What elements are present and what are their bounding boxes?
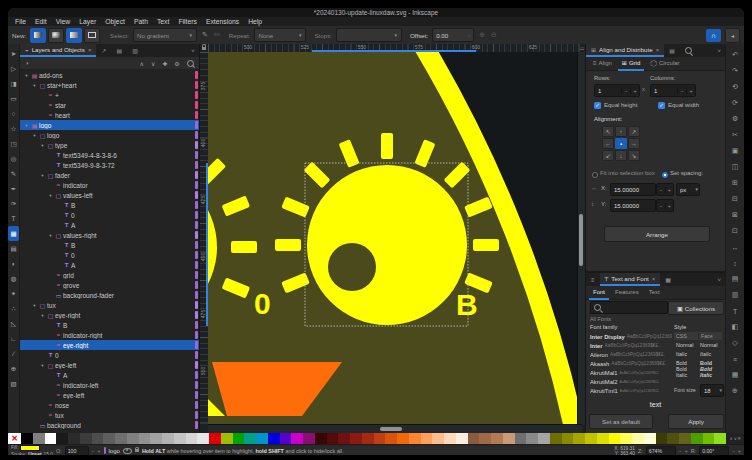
layer-lock-icon[interactable]	[135, 449, 139, 452]
equal-height-checkbox[interactable]: ✓	[594, 102, 601, 109]
rotation-plus-button[interactable]: +	[738, 448, 741, 454]
tab-layers-and-objects[interactable]: ◒ Layers and Objects ×	[20, 44, 96, 57]
layer-color-chip[interactable]	[195, 141, 198, 149]
layer-color-chip[interactable]	[195, 301, 198, 309]
fill-stroke-indicator[interactable]: Fill: Stroke:Unset15.0	[11, 445, 53, 456]
layer-row-A[interactable]: TA	[20, 220, 199, 230]
unit-dropdown[interactable]: px ▼	[676, 183, 700, 196]
palette-swatch-55[interactable]	[667, 433, 679, 444]
zoom-in-icon[interactable]: ⊞	[726, 175, 744, 191]
snap-toggle-button[interactable]: ∩	[706, 29, 721, 42]
text-tool[interactable]: T	[8, 211, 19, 226]
palette-swatch-13[interactable]	[174, 433, 186, 444]
layer-row-B[interactable]: TB	[20, 320, 199, 330]
layer-row-0[interactable]: T0	[20, 210, 199, 220]
pencil-tool[interactable]: ✎	[8, 166, 19, 181]
knob-pupil[interactable]	[328, 243, 376, 291]
palette-swatch-26[interactable]	[327, 433, 339, 444]
expander-icon[interactable]: ▾	[31, 83, 38, 88]
palette-swatch-36[interactable]	[444, 433, 456, 444]
connector-tool[interactable]: ∟	[8, 331, 19, 346]
vertical-scrollbar[interactable]	[577, 52, 585, 425]
layer-color-chip[interactable]	[195, 151, 198, 159]
linear-gradient-button[interactable]	[30, 28, 46, 43]
tweak-tool[interactable]: ✴	[8, 286, 19, 301]
expander-icon[interactable]: ▾	[39, 313, 46, 318]
opacity-plus-button[interactable]: +	[98, 448, 101, 454]
menu-object[interactable]: Object	[105, 18, 125, 25]
box-3d-tool[interactable]: ◳	[8, 136, 19, 151]
rotation-minus-button[interactable]: −	[732, 448, 735, 454]
palette-swatch-3[interactable]	[56, 433, 68, 444]
layer-color-chip[interactable]	[195, 121, 198, 129]
expander-icon[interactable]: ▾	[23, 73, 30, 78]
doc-tab-icon[interactable]: ▤	[111, 47, 127, 54]
palette-swatch-16[interactable]	[209, 433, 221, 444]
knob-disc[interactable]	[307, 165, 467, 325]
expander-icon[interactable]: ▾	[23, 123, 30, 128]
alignment-cell-4[interactable]: ▪	[615, 138, 627, 149]
palette-swatch-24[interactable]	[303, 433, 315, 444]
collections-button[interactable]: ▣ Collections	[668, 301, 724, 315]
layer-row-tux[interactable]: ≈tux	[20, 410, 199, 420]
close-icon[interactable]: ×	[652, 276, 656, 282]
dropper-tool[interactable]: ◗	[8, 256, 19, 271]
palette-swatch-58[interactable]	[703, 433, 715, 444]
layer-row-A[interactable]: TA	[20, 260, 199, 270]
swatch-tab-icon[interactable]: ▦	[660, 276, 676, 283]
palette-swatch-41[interactable]	[503, 433, 515, 444]
text-dialog-icon[interactable]: T	[726, 303, 744, 319]
layer-color-chip[interactable]	[195, 101, 198, 109]
palette-swatch-23[interactable]	[291, 433, 303, 444]
zoom-tool[interactable]: ⊕	[8, 361, 19, 376]
rectangle-tool[interactable]: ▭	[8, 91, 19, 106]
gradient-stroke-button[interactable]	[84, 28, 100, 43]
subtab-text[interactable]: Text	[645, 286, 664, 300]
fit-selection-radio[interactable]	[592, 172, 598, 178]
palette-swatch-18[interactable]	[233, 433, 245, 444]
layer-color-chip[interactable]	[195, 361, 198, 369]
palette-swatch-54[interactable]	[656, 433, 668, 444]
zoom-selection-icon[interactable]: ⊠	[726, 207, 744, 223]
palette-swatch-39[interactable]	[479, 433, 491, 444]
ellipse-tool[interactable]: ○	[8, 106, 19, 121]
palette-swatch-17[interactable]	[221, 433, 233, 444]
subtab-align[interactable]: ≡Align	[589, 57, 616, 71]
list-tab-icon[interactable]: ≡	[586, 277, 600, 283]
layer-row-0[interactable]: T0	[20, 350, 199, 360]
palette-swatch-44[interactable]	[538, 433, 550, 444]
palette-swatch-29[interactable]	[362, 433, 374, 444]
layer-color-chip[interactable]	[195, 291, 198, 299]
layer-row-eye-left[interactable]: ▾▢eye-left	[20, 360, 199, 370]
layer-row-grid[interactable]: ≈grid	[20, 270, 199, 280]
plus-button[interactable]: +	[665, 187, 674, 193]
layer-color-chip[interactable]	[195, 321, 198, 329]
palette-swatch-57[interactable]	[691, 433, 703, 444]
layer-color-chip[interactable]	[195, 251, 198, 259]
move-down-icon[interactable]: ∨	[151, 60, 155, 67]
xml-editor-icon[interactable]: ◇	[726, 335, 744, 351]
x-spacing-spinbox[interactable]: 15.00000	[610, 183, 656, 196]
document-properties-icon[interactable]: ▦	[726, 367, 744, 383]
redo-icon[interactable]: ↷	[726, 63, 744, 79]
layer-color-chip[interactable]	[195, 161, 198, 169]
palette-swatch-51[interactable]	[620, 433, 632, 444]
palette-swatch-40[interactable]	[491, 433, 503, 444]
menu-filters[interactable]: Filters	[178, 18, 197, 25]
palette-swatch-47[interactable]	[573, 433, 585, 444]
blend-mode-icon[interactable]: ◑	[25, 60, 29, 66]
layer-row-text5349-9-8-3-72[interactable]: Ttext5349-9-8-3-72	[20, 160, 199, 170]
style-row[interactable]: ItalicItalic	[674, 349, 722, 358]
palette-swatch-35[interactable]	[432, 433, 444, 444]
expander-icon[interactable]: ▾	[39, 173, 46, 178]
chevron-down-icon[interactable]: ˅	[187, 48, 199, 54]
layer-row-grove[interactable]: ≈grove	[20, 280, 199, 290]
selector-tool[interactable]: ➤	[8, 46, 19, 61]
layer-row-logo[interactable]: ▾▤logo	[20, 120, 199, 130]
palette-swatch-12[interactable]	[162, 433, 174, 444]
zoom-out-icon[interactable]: ⊟	[726, 191, 744, 207]
palette-swatch-38[interactable]	[468, 433, 480, 444]
layer-color-chip[interactable]	[195, 371, 198, 379]
palette-swatch-11[interactable]	[150, 433, 162, 444]
knob-tick[interactable]	[381, 133, 393, 159]
